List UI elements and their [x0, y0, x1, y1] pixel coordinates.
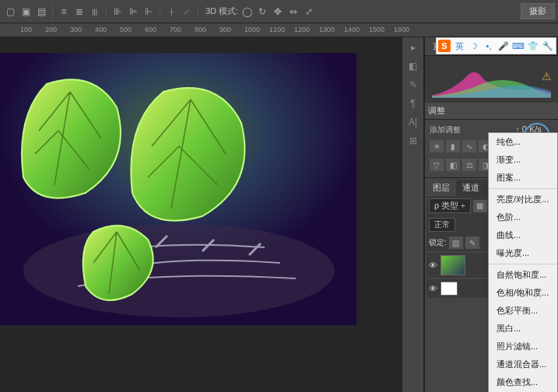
menu-item[interactable]: 通道混合器...	[489, 355, 557, 373]
ruler-tick: 1200	[294, 26, 310, 33]
svg-point-1	[23, 224, 335, 317]
ruler-tick: 500	[120, 26, 132, 33]
scale-icon[interactable]: ⤢	[302, 5, 316, 19]
adjustment-context-menu: 纯色...渐变...图案...亮度/对比度...色阶...曲线...曝光度...…	[488, 132, 558, 392]
ime-punct-icon[interactable]: •,	[483, 40, 495, 52]
ruler-tick: 800	[195, 26, 206, 33]
align-icon[interactable]: ⫼	[88, 5, 102, 19]
separator	[198, 5, 198, 19]
ruler-tick: 300	[70, 26, 82, 33]
ruler-tick: 600	[145, 26, 156, 33]
distribute-icon[interactable]: ⊪	[111, 5, 125, 19]
slide-icon[interactable]: ⇔	[286, 5, 300, 19]
tool-icon[interactable]: ▢	[3, 5, 17, 19]
vibrance-icon[interactable]: ▽	[430, 159, 444, 171]
ruler-tick: 900	[219, 26, 231, 33]
panel-icon[interactable]: ✎	[404, 76, 423, 93]
ime-skin-icon[interactable]: 👕	[527, 40, 539, 52]
lock-label: 锁定:	[429, 237, 447, 248]
lock-pixels-icon[interactable]: ✎	[465, 236, 479, 249]
menu-separator	[489, 188, 557, 189]
layer-filter-select[interactable]: ρ 类型 ÷	[429, 198, 471, 213]
workspace-selector[interactable]: 摄影	[521, 3, 555, 19]
ime-toolbar[interactable]: S 英 ☽ •, 🎤 ⌨ 👕 🔧	[436, 37, 556, 54]
ime-keyboard-icon[interactable]: ⌨	[512, 40, 525, 52]
ruler-tick: 1500	[369, 26, 384, 33]
panel-icon[interactable]: ▸	[404, 39, 423, 56]
distribute-icon[interactable]: ⟊	[164, 5, 178, 19]
channels-tab[interactable]: 通道	[456, 180, 486, 196]
warning-icon[interactable]: ⚠	[542, 70, 552, 82]
menu-item[interactable]: 自然饱和度...	[489, 266, 557, 284]
blend-mode-select[interactable]: 正常	[429, 218, 455, 232]
ruler-tick: 1600	[394, 26, 409, 33]
menu-item[interactable]: 纯色...	[489, 133, 557, 151]
panel-icon[interactable]: ⊞	[404, 132, 423, 149]
ruler-tick: 1000	[244, 26, 260, 33]
layer-thumbnail	[440, 255, 465, 275]
3d-mode-label: 3D 模式:	[205, 5, 238, 17]
adjustments-tab[interactable]: 调整	[425, 103, 558, 119]
menu-item[interactable]: 黑白...	[489, 320, 557, 338]
menu-item[interactable]: 曝光度...	[489, 244, 557, 262]
align-icon[interactable]: ≡	[57, 5, 71, 19]
document-image	[0, 53, 356, 325]
ime-brand-icon[interactable]: S	[438, 40, 451, 52]
ime-moon-icon[interactable]: ☽	[468, 40, 480, 52]
distribute-icon[interactable]: ⊩	[142, 5, 156, 19]
menu-item[interactable]: 渐变...	[489, 151, 557, 169]
tool-icon[interactable]: ▣	[19, 5, 33, 19]
layer-thumbnail	[440, 282, 458, 296]
panel-icon[interactable]: ◧	[404, 58, 423, 75]
curves-icon[interactable]: ∿	[462, 140, 476, 152]
balance-icon[interactable]: ⚖	[462, 159, 476, 171]
menu-item[interactable]: 颜色查找...	[489, 373, 557, 391]
histogram-display	[425, 56, 558, 103]
ruler-tick: 700	[170, 26, 181, 33]
horizontal-ruler: 0100200300400500600700800900100011001200…	[0, 23, 558, 37]
visibility-icon[interactable]: 👁	[429, 284, 437, 293]
menu-item[interactable]: 亮度/对比度...	[489, 191, 557, 208]
ruler-tick: 1100	[269, 26, 285, 33]
options-bar: ▢ ▣ ▤ ≡ ≣ ⫼ ⊪ ⊫ ⊩ ⟊ ⟋ 3D 模式: ◯ ↻ ✥ ⇔ ⤢ 摄…	[0, 0, 558, 23]
ruler-tick: 1400	[344, 26, 360, 33]
menu-item[interactable]: 曲线...	[489, 226, 557, 244]
distribute-icon[interactable]: ⟋	[180, 5, 194, 19]
hue-icon[interactable]: ◧	[446, 159, 460, 171]
ruler-tick: 200	[45, 26, 57, 33]
menu-item[interactable]: 色相/饱和度...	[489, 284, 557, 302]
align-icon[interactable]: ≣	[72, 5, 86, 19]
menu-item[interactable]: 色阶...	[489, 208, 557, 226]
separator	[52, 5, 53, 19]
ruler-tick: 1300	[319, 26, 335, 33]
visibility-icon[interactable]: 👁	[429, 261, 437, 270]
ruler-tick: 100	[20, 26, 32, 33]
canvas[interactable]	[0, 37, 402, 392]
menu-item[interactable]: 图案...	[489, 169, 557, 187]
menu-separator	[489, 264, 557, 264]
menu-item[interactable]: 照片滤镜...	[489, 338, 557, 355]
separator	[160, 5, 160, 19]
ime-lang-icon[interactable]: 英	[453, 40, 465, 52]
levels-icon[interactable]: ▮	[446, 140, 460, 152]
orbit-icon[interactable]: ◯	[240, 5, 254, 19]
ruler-tick: 400	[95, 26, 107, 33]
layers-tab[interactable]: 图层	[426, 180, 456, 196]
ime-tool-icon[interactable]: 🔧	[542, 40, 554, 52]
filter-pixel-icon[interactable]: ▦	[473, 200, 487, 212]
rotate-icon[interactable]: ↻	[255, 5, 269, 19]
separator	[106, 5, 107, 19]
panel-icon[interactable]: ¶	[404, 95, 423, 112]
pan-icon[interactable]: ✥	[271, 5, 285, 19]
tool-icon[interactable]: ▤	[34, 5, 48, 19]
menu-item[interactable]: 色彩平衡...	[489, 302, 557, 320]
distribute-icon[interactable]: ⊫	[126, 5, 140, 19]
ime-mic-icon[interactable]: 🎤	[497, 40, 510, 52]
lock-transparent-icon[interactable]: ▨	[449, 236, 463, 249]
panel-icon[interactable]: A|	[404, 114, 423, 131]
brightness-icon[interactable]: ☀	[430, 140, 444, 152]
collapsed-panel-strip: ▸ ◧ ✎ ¶ A| ⊞	[402, 37, 424, 392]
